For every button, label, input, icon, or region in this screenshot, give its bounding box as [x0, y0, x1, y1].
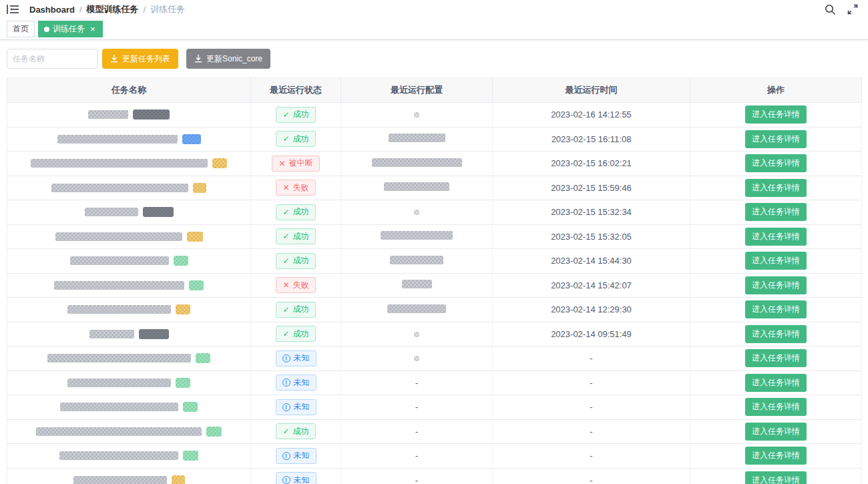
redacted-config — [389, 134, 445, 142]
status-label: 成功 — [293, 255, 309, 266]
enter-task-detail-button[interactable]: 进入任务详情 — [745, 179, 807, 197]
status-cell: !未知 — [251, 346, 341, 371]
search-icon[interactable] — [823, 2, 837, 17]
check-icon: ✓ — [282, 135, 289, 143]
status-label: 未知 — [294, 450, 310, 461]
task-name-input[interactable] — [7, 49, 98, 69]
task-table: 任务名称最近运行状态最近运行配置最近运行时间操作 ✓成功2023-02-16 1… — [7, 77, 862, 484]
redacted-task-name — [172, 475, 185, 484]
task-name-cell — [7, 224, 251, 249]
redacted-config-dot — [414, 112, 419, 117]
run-time-cell: 2023-02-15 16:02:21 — [493, 152, 690, 176]
breadcrumb-separator: / — [144, 5, 146, 15]
table-row: ✓成功2023-02-16 14:12:55进入任务详情 — [7, 103, 862, 128]
enter-task-detail-button[interactable]: 进入任务详情 — [745, 423, 807, 441]
redacted-task-name — [47, 354, 191, 362]
status-label: 未知 — [294, 377, 310, 389]
redacted-task-name — [187, 232, 203, 242]
run-time: 2023-02-15 15:32:34 — [551, 207, 632, 217]
redacted-config — [381, 231, 453, 240]
run-time: 2023-02-14 15:44:30 — [551, 256, 632, 266]
status-cell: !未知 — [251, 371, 341, 395]
enter-task-detail-button[interactable]: 进入任务详情 — [745, 374, 807, 392]
check-icon: ✓ — [282, 427, 289, 435]
tab-首页[interactable]: 首页 — [7, 21, 35, 37]
action-cell: 进入任务详情 — [690, 395, 862, 420]
tab-训练任务[interactable]: 训练任务× — [38, 21, 103, 37]
enter-task-detail-button[interactable]: 进入任务详情 — [745, 349, 807, 367]
column-header: 最近运行状态 — [251, 78, 341, 103]
enter-task-detail-button[interactable]: 进入任务详情 — [745, 228, 807, 246]
redacted-task-name — [183, 451, 198, 461]
column-header: 任务名称 — [7, 78, 251, 103]
enter-task-detail-button[interactable]: 进入任务详情 — [745, 325, 807, 343]
status-cell: !未知 — [251, 395, 341, 420]
enter-task-detail-button[interactable]: 进入任务详情 — [745, 130, 807, 148]
breadcrumb-item[interactable]: 模型训练任务 — [87, 3, 139, 15]
table-row: ✓成功--进入任务详情 — [7, 419, 862, 444]
task-name-cell — [7, 322, 251, 346]
config-cell — [341, 152, 493, 176]
empty-config: - — [415, 475, 418, 484]
enter-task-detail-button[interactable]: 进入任务详情 — [745, 276, 807, 294]
update-task-list-label: 更新任务列表 — [122, 53, 170, 65]
run-time-cell: 2023-02-16 14:12:55 — [493, 103, 690, 128]
fullscreen-icon[interactable] — [845, 2, 860, 17]
cross-icon: ✕ — [282, 281, 289, 289]
task-name-cell — [7, 468, 251, 484]
redacted-task-name — [31, 159, 208, 168]
enter-task-detail-button[interactable]: 进入任务详情 — [745, 105, 807, 124]
tab-close-icon[interactable]: × — [89, 25, 97, 33]
config-cell: - — [341, 371, 493, 395]
active-tab-dot — [44, 27, 49, 32]
table-row: !未知--进入任务详情 — [7, 395, 862, 420]
task-name-cell — [7, 419, 251, 444]
redacted-config — [384, 182, 449, 191]
redacted-task-name — [143, 207, 174, 217]
enter-task-detail-button[interactable]: 进入任务详情 — [745, 471, 807, 484]
status-badge-success: ✓成功 — [276, 326, 315, 342]
info-circle-icon: ! — [282, 452, 290, 460]
run-time-cell: 2023-02-14 15:44:30 — [493, 249, 690, 274]
status-cell: ✓成功 — [251, 249, 341, 274]
enter-task-detail-button[interactable]: 进入任务详情 — [745, 447, 807, 465]
task-name-cell — [7, 273, 251, 298]
breadcrumb-item[interactable]: Dashboard — [29, 5, 75, 15]
column-header: 最近运行时间 — [493, 78, 690, 103]
breadcrumb-item: 训练任务 — [150, 3, 185, 15]
redacted-task-name — [54, 281, 184, 290]
redacted-task-name — [60, 403, 178, 411]
redacted-config — [387, 304, 446, 313]
run-time: 2023-02-15 16:11:08 — [552, 134, 632, 144]
run-time-cell: 2023-02-15 16:11:08 — [493, 127, 690, 152]
enter-task-detail-button[interactable]: 进入任务详情 — [745, 398, 807, 416]
config-cell — [341, 273, 493, 298]
enter-task-detail-button[interactable]: 进入任务详情 — [745, 300, 807, 318]
update-sonic-core-button[interactable]: 更新Sonic_core — [186, 49, 270, 69]
status-badge-unknown: !未知 — [276, 375, 316, 391]
status-cell: ✕失败 — [251, 176, 341, 200]
enter-task-detail-button[interactable]: 进入任务详情 — [745, 203, 807, 221]
redacted-task-name — [85, 208, 138, 216]
download-icon — [110, 55, 118, 63]
sidebar-toggle-icon[interactable] — [5, 2, 20, 17]
update-task-list-button[interactable]: 更新任务列表 — [102, 49, 178, 69]
config-cell — [341, 346, 493, 371]
action-cell: 进入任务详情 — [690, 371, 862, 395]
run-time: - — [590, 402, 592, 412]
table-row: !未知-进入任务详情 — [7, 346, 862, 371]
redacted-task-name — [206, 427, 222, 437]
action-cell: 进入任务详情 — [690, 152, 862, 176]
status-cell: ✓成功 — [251, 322, 341, 346]
status-cell: ✓成功 — [251, 127, 341, 152]
table-row: ✓成功2023-02-15 16:11:08进入任务详情 — [7, 127, 862, 152]
redacted-task-name — [57, 135, 178, 144]
status-badge-failed: ✕失败 — [276, 180, 315, 196]
enter-task-detail-button[interactable]: 进入任务详情 — [745, 154, 807, 172]
column-header: 最近运行配置 — [341, 78, 493, 103]
config-cell: - — [341, 444, 493, 469]
task-table-wrap: 任务名称最近运行状态最近运行配置最近运行时间操作 ✓成功2023-02-16 1… — [7, 77, 861, 484]
status-cell: ✓成功 — [251, 103, 341, 128]
enter-task-detail-button[interactable]: 进入任务详情 — [745, 252, 807, 270]
task-name-cell — [7, 200, 251, 225]
